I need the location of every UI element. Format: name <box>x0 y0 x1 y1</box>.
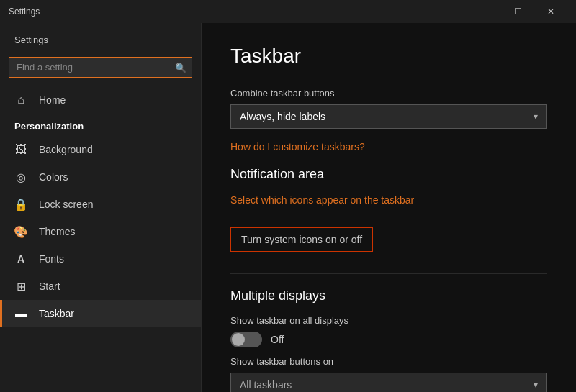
combine-dropdown-container: Always, hide labels ▾ <box>230 104 547 129</box>
start-icon: ⊞ <box>14 280 27 293</box>
minimize-button[interactable]: — <box>468 0 501 23</box>
sidebar-item-taskbar[interactable]: ▬ Taskbar <box>0 300 201 327</box>
customize-link[interactable]: How do I customize taskbars? <box>230 141 365 152</box>
show-all-displays-toggle[interactable] <box>230 332 262 347</box>
combine-dropdown[interactable]: Always, hide labels ▾ <box>230 104 547 129</box>
taskbar-icon: ▬ <box>14 307 27 320</box>
chevron-down-icon-2: ▾ <box>534 380 538 390</box>
titlebar-controls: — ☐ ✕ <box>468 0 567 23</box>
close-button[interactable]: ✕ <box>534 0 567 23</box>
search-icon: 🔍 <box>175 62 186 73</box>
multiple-displays-title: Multiple displays <box>230 288 547 304</box>
select-icons-link[interactable]: Select which icons appear on the taskbar <box>230 194 414 206</box>
sidebar-item-colors[interactable]: ◎ Colors <box>0 163 201 191</box>
divider <box>230 273 547 274</box>
search-box: 🔍 <box>9 57 192 78</box>
sidebar-item-lock-screen-label: Lock screen <box>39 199 93 210</box>
sidebar-item-themes-label: Themes <box>39 226 76 237</box>
chevron-down-icon: ▾ <box>534 111 538 122</box>
sidebar-item-taskbar-label: Taskbar <box>39 308 74 319</box>
titlebar-title: Settings <box>9 6 468 17</box>
themes-icon: 🎨 <box>14 225 27 238</box>
background-icon: 🖼 <box>14 143 27 156</box>
fonts-icon: A <box>14 252 27 265</box>
app-body: Settings 🔍 ⌂ Home Personalization 🖼 Back… <box>0 23 576 392</box>
colors-icon: ◎ <box>14 170 27 183</box>
sidebar-item-fonts-label: Fonts <box>39 253 64 265</box>
sidebar-item-background-label: Background <box>39 144 93 155</box>
titlebar: Settings — ☐ ✕ <box>0 0 576 23</box>
sidebar-item-lock-screen[interactable]: 🔒 Lock screen <box>0 191 201 218</box>
sidebar-item-themes[interactable]: 🎨 Themes <box>0 218 201 245</box>
sidebar-item-home-label: Home <box>39 94 66 106</box>
search-input[interactable] <box>9 57 192 78</box>
multiple-displays: Multiple displays Show taskbar on all di… <box>230 288 547 392</box>
sidebar: Settings 🔍 ⌂ Home Personalization 🖼 Back… <box>0 23 202 392</box>
lock-icon: 🔒 <box>14 198 27 211</box>
toggle-knob <box>232 333 245 346</box>
notification-area: Notification area Select which icons app… <box>230 167 547 256</box>
combine-value: Always, hide labels <box>240 111 325 122</box>
sidebar-header: Settings <box>0 23 201 51</box>
show-on-all-label: Show taskbar on all displays <box>230 315 547 326</box>
sidebar-item-start[interactable]: ⊞ Start <box>0 273 201 300</box>
show-buttons-value: All taskbars <box>240 379 292 391</box>
sidebar-item-background[interactable]: 🖼 Background <box>0 136 201 163</box>
notification-area-title: Notification area <box>230 167 547 182</box>
page-title: Taskbar <box>230 45 547 68</box>
system-icons-link[interactable]: Turn system icons on or off <box>230 227 373 252</box>
maximize-button[interactable]: ☐ <box>501 0 534 23</box>
toggle-label: Off <box>271 334 284 345</box>
sidebar-item-fonts[interactable]: A Fonts <box>0 245 201 273</box>
show-buttons-dropdown[interactable]: All taskbars ▾ <box>230 373 547 392</box>
combine-label: Combine taskbar buttons <box>230 88 547 99</box>
sidebar-item-colors-label: Colors <box>39 171 68 183</box>
home-icon: ⌂ <box>14 94 27 106</box>
toggle-row: Off <box>230 332 547 347</box>
main-content: Taskbar Combine taskbar buttons Always, … <box>202 23 576 392</box>
section-label: Personalization <box>0 114 201 136</box>
sidebar-item-start-label: Start <box>39 281 60 292</box>
show-buttons-label: Show taskbar buttons on <box>230 356 547 367</box>
sidebar-item-home[interactable]: ⌂ Home <box>0 86 201 114</box>
